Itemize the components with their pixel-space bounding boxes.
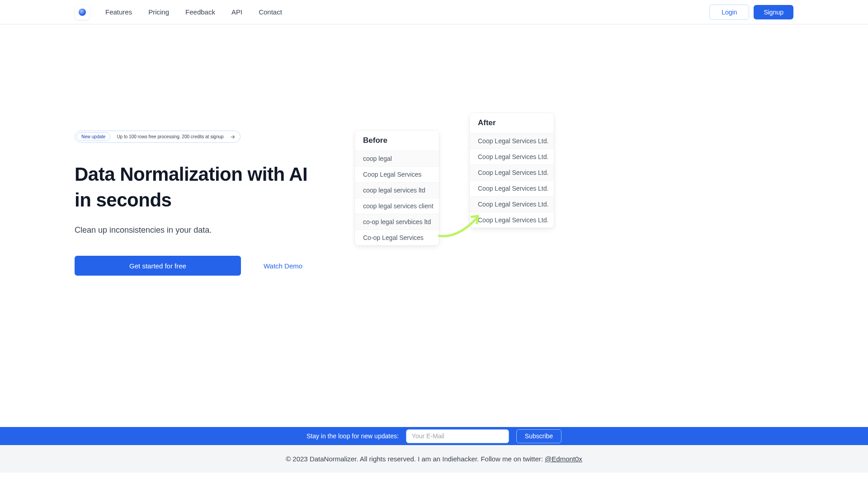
table-row: Coop Legal Services Ltd. [470, 212, 554, 228]
cta-row: Get started for free Watch Demo [75, 256, 328, 276]
nav-link-api[interactable]: API [231, 8, 242, 16]
hero-left: New update Up to 100 rows free processin… [75, 106, 328, 276]
signup-button[interactable]: Signup [754, 5, 793, 19]
subscribe-band: Stay in the loop for new updates: Subscr… [0, 427, 868, 445]
after-card: After Coop Legal Services Ltd. Coop Lega… [470, 113, 554, 228]
subscribe-label: Stay in the loop for new updates: [307, 432, 399, 440]
nav-link-pricing[interactable]: Pricing [148, 8, 169, 16]
login-button[interactable]: Login [709, 5, 749, 20]
email-input[interactable] [406, 429, 509, 443]
badge-pill: New update [76, 132, 110, 141]
app-logo[interactable] [75, 5, 90, 20]
table-row: Coop Legal Services Ltd. [470, 180, 554, 196]
table-row: Co-op Legal Services [355, 230, 439, 245]
get-started-button[interactable]: Get started for free [75, 256, 241, 276]
nav-link-features[interactable]: Features [105, 8, 132, 16]
main-header: Features Pricing Feedback API Contact Lo… [0, 0, 868, 24]
hero-subtitle: Clean up inconsistencies in your data. [75, 225, 328, 235]
subscribe-button[interactable]: Subscribe [516, 429, 561, 443]
before-card: Before coop legal Coop Legal Services co… [355, 131, 439, 245]
table-row: Coop Legal Services [355, 166, 439, 182]
twitter-link[interactable]: @Edmont0x [545, 455, 582, 463]
table-row: coop legal services ltd [355, 182, 439, 198]
table-row: Coop Legal Services Ltd. [470, 149, 554, 164]
hero-right: Before coop legal Coop Legal Services co… [355, 106, 793, 259]
hero-title: Data Normalization with AI in seconds [75, 162, 328, 213]
table-row: Coop Legal Services Ltd. [470, 164, 554, 180]
header-left: Features Pricing Feedback API Contact [75, 5, 282, 20]
table-row: coop legal [355, 150, 439, 166]
update-badge[interactable]: New update Up to 100 rows free processin… [75, 131, 241, 143]
header-right: Login Signup [709, 5, 793, 20]
table-row: Coop Legal Services Ltd. [470, 196, 554, 212]
logo-sphere-icon [79, 9, 86, 16]
nav-link-feedback[interactable]: Feedback [185, 8, 215, 16]
table-row: co-op legal servbices ltd [355, 214, 439, 230]
after-card-title: After [470, 113, 554, 133]
watch-demo-button[interactable]: Watch Demo [255, 256, 311, 276]
nav-link-contact[interactable]: Contact [259, 8, 282, 16]
footer-text: © 2023 DataNormalizer. All rights reserv… [286, 455, 545, 463]
badge-text: Up to 100 rows free processing. 200 cred… [117, 134, 223, 139]
main-nav: Features Pricing Feedback API Contact [105, 8, 282, 16]
table-row: Coop Legal Services Ltd. [470, 133, 554, 149]
footer: © 2023 DataNormalizer. All rights reserv… [0, 445, 868, 473]
table-row: coop legal services client [355, 198, 439, 214]
hero-section: New update Up to 100 rows free processin… [0, 24, 868, 427]
before-card-title: Before [355, 131, 439, 150]
arrow-right-icon [230, 134, 236, 140]
